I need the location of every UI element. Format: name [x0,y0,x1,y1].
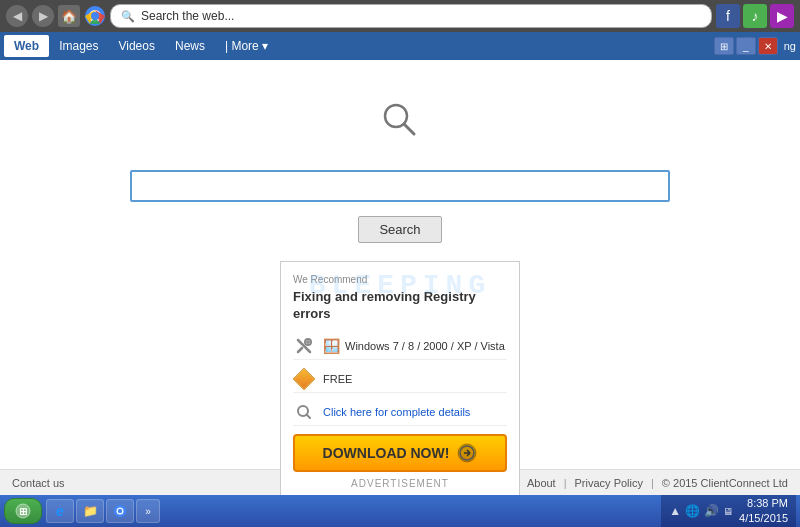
up-arrow-icon[interactable]: ▲ [669,504,681,518]
nav-close-btn[interactable]: ✕ [758,37,778,55]
ad-feature-free: FREE [293,366,507,393]
ad-windows-text: Windows 7 / 8 / 2000 / XP / Vista [345,340,505,352]
video-ext-icon[interactable]: ▶ [770,4,794,28]
facebook-ext-icon[interactable]: f [716,4,740,28]
ad-title: Fixing and removing Registry errors [293,289,507,323]
sys-tray-icons: ▲ 🌐 🔊 🖥 [669,504,733,518]
nav-minimize-btn[interactable]: _ [736,37,756,55]
date-display: 4/15/2015 [739,511,788,526]
navigation-bar: Web Images Videos News | More ▾ ⊞ _ ✕ ng [0,32,800,60]
nav-videos[interactable]: Videos [108,35,164,57]
back-button[interactable]: ◀ [6,5,28,27]
taskbar-system-tray: ▲ 🌐 🔊 🖥 8:38 PM 4/15/2015 [661,495,796,527]
page-wrapper: ◀ ▶ 🏠 🔍 f ♪ ▶ Web Images Videos [0,0,800,527]
music-ext-icon[interactable]: ♪ [743,4,767,28]
ad-download-label: DOWNLOAD NOW! [323,445,450,461]
ad-recommend-label: We Recommend [293,274,507,285]
ad-free-text: FREE [323,373,352,385]
search-magnifier-icon [380,100,420,148]
search-section: Search BLEEPING We Recommend Fixing and … [130,100,670,495]
browser-extensions: f ♪ ▶ [716,4,794,28]
svg-line-4 [404,124,414,134]
details-search-icon [293,401,315,423]
svg-line-6 [298,348,302,352]
ad-feature-details[interactable]: Click here for complete details [293,399,507,426]
volume-icon[interactable]: 🔊 [704,504,719,518]
copyright-text: © 2015 ClientConnect Ltd [662,477,788,489]
svg-point-21 [118,509,122,513]
ad-details-link[interactable]: Click here for complete details [323,406,470,418]
taskbar-folder-icon[interactable]: 📁 [76,499,104,523]
nav-window-controls: ⊞ _ ✕ ng [714,37,796,55]
network-icon[interactable]: 🌐 [685,504,700,518]
display-icon[interactable]: 🖥 [723,506,733,517]
svg-line-11 [307,414,311,418]
chrome-icon [84,5,106,27]
nav-more[interactable]: | More ▾ [215,35,278,57]
content-area: Search BLEEPING We Recommend Fixing and … [0,60,800,495]
ad-box: BLEEPING We Recommend Fixing and removin… [280,261,520,495]
forward-button[interactable]: ▶ [32,5,54,27]
nav-news[interactable]: News [165,35,215,57]
search-input[interactable] [130,170,670,202]
nav-web[interactable]: Web [4,35,49,57]
address-bar[interactable]: 🔍 [110,4,712,28]
address-input[interactable] [141,9,701,23]
nav-images[interactable]: Images [49,35,108,57]
ad-feature-windows: 🪟 Windows 7 / 8 / 2000 / XP / Vista [293,333,507,360]
taskbar-clock[interactable]: 8:38 PM 4/15/2015 [739,496,788,527]
diamond-icon [293,368,315,390]
tools-icon [293,335,315,357]
main-content: Search BLEEPING We Recommend Fixing and … [0,60,800,469]
taskbar-overflow[interactable]: » [136,499,160,523]
windows-logo-icon: 🪟 [323,338,340,354]
start-button[interactable]: ⊞ [4,498,42,524]
taskbar-items: e 📁 » [46,499,657,523]
contact-us-link[interactable]: Contact us [12,477,65,489]
nav-restore-btn[interactable]: ⊞ [714,37,734,55]
taskbar: ⊞ e 📁 » ▲ 🌐 [0,495,800,527]
search-button[interactable]: Search [358,216,441,243]
ad-download-button[interactable]: DOWNLOAD NOW! [293,434,507,472]
taskbar-ie-icon[interactable]: e [46,499,74,523]
browser-chrome: ◀ ▶ 🏠 🔍 f ♪ ▶ [0,0,800,32]
home-button[interactable]: 🏠 [58,5,80,27]
advertisement-label: ADVERTISEMENT [293,478,507,489]
taskbar-chrome-icon[interactable] [106,499,134,523]
svg-point-2 [91,12,99,20]
search-icon-small: 🔍 [121,10,135,23]
svg-text:⊞: ⊞ [19,506,27,517]
search-input-wrapper [130,170,670,202]
nav-label: ng [780,40,796,52]
time-display: 8:38 PM [739,496,788,511]
